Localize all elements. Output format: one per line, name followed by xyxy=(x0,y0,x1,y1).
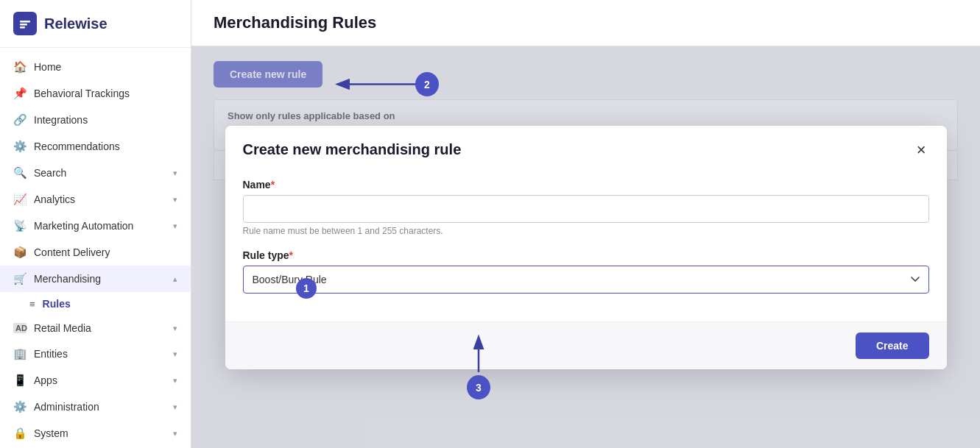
main-content: Merchandising Rules Create new rule Show… xyxy=(191,0,980,448)
home-icon: 🏠 xyxy=(13,60,27,74)
sidebar-item-system-label: System xyxy=(34,427,68,439)
system-icon: 🔒 xyxy=(13,427,27,440)
modal-close-button[interactable]: × xyxy=(914,141,929,160)
rule-type-form-group: Rule type* Boost/Bury Rule Filter Rule S… xyxy=(243,249,929,294)
modal-body: Name* Rule name must be between 1 and 25… xyxy=(225,171,947,321)
sidebar-item-integrations-label: Integrations xyxy=(34,114,88,126)
rule-type-required: * xyxy=(289,249,293,261)
sidebar-item-administration-label: Administration xyxy=(34,401,99,413)
chevron-down-icon: ▾ xyxy=(173,324,177,333)
svg-point-9 xyxy=(467,375,490,399)
sidebar-item-entities-label: Entities xyxy=(34,348,68,360)
rule-type-select[interactable]: Boost/Bury Rule Filter Rule Sort Rule xyxy=(243,266,929,294)
chevron-down-icon: ▾ xyxy=(173,376,177,385)
chevron-down-icon: ▾ xyxy=(173,402,177,412)
name-input[interactable] xyxy=(243,195,929,223)
chevron-down-icon: ▾ xyxy=(173,429,177,438)
chevron-down-icon: ▾ xyxy=(173,221,177,231)
sidebar-item-behavioral-trackings[interactable]: 📌 Behavioral Trackings xyxy=(0,80,191,107)
admin-icon: ⚙️ xyxy=(13,400,27,413)
svg-rect-2 xyxy=(20,24,27,26)
chevron-down-icon: ▾ xyxy=(173,168,177,178)
sidebar-item-marketing-automation[interactable]: 📡 Marketing Automation ▾ xyxy=(0,213,191,239)
chevron-up-icon: ▴ xyxy=(173,274,177,284)
modal-dialog: Create new merchandising rule × Name* Ru… xyxy=(225,126,947,369)
sidebar-item-apps[interactable]: 📱 Apps ▾ xyxy=(0,367,191,394)
chevron-down-icon: ▾ xyxy=(173,349,177,359)
svg-text:2: 2 xyxy=(424,78,430,90)
svg-point-6 xyxy=(415,72,439,96)
sidebar-item-system[interactable]: 🔒 System ▾ xyxy=(0,420,191,447)
entities-icon: 🏢 xyxy=(13,347,27,360)
gear-icon: ⚙️ xyxy=(13,140,27,153)
page-header: Merchandising Rules xyxy=(191,0,980,46)
sidebar-item-apps-label: Apps xyxy=(34,374,57,386)
sidebar-item-marketing-automation-label: Marketing Automation xyxy=(34,220,133,232)
sidebar-item-retail-media[interactable]: AD Retail Media ▾ xyxy=(0,316,191,341)
content-icon: 📦 xyxy=(13,246,27,259)
sidebar-item-merchandising[interactable]: 🛒 Merchandising ▴ xyxy=(0,266,191,292)
sidebar-item-retail-media-label: Retail Media xyxy=(34,322,91,334)
modal-overlay: Create new merchandising rule × Name* Ru… xyxy=(191,46,980,448)
sidebar-item-analytics-label: Analytics xyxy=(34,193,75,205)
analytics-icon: 📈 xyxy=(13,193,27,206)
link-icon: 🔗 xyxy=(13,113,27,127)
chevron-down-icon: ▾ xyxy=(173,195,177,205)
sidebar-nav: 🏠 Home 📌 Behavioral Trackings 🔗 Integrat… xyxy=(0,48,191,448)
name-hint: Rule name must be between 1 and 255 char… xyxy=(243,226,929,236)
sidebar-item-integrations[interactable]: 🔗 Integrations xyxy=(0,107,191,133)
marketing-icon: 📡 xyxy=(13,219,27,232)
page-title: Merchandising Rules xyxy=(214,13,958,32)
pin-icon: 📌 xyxy=(13,87,27,100)
svg-rect-3 xyxy=(20,26,25,29)
modal-title: Create new merchandising rule xyxy=(243,141,462,158)
sidebar-item-behavioral-trackings-label: Behavioral Trackings xyxy=(34,88,130,99)
sidebar-item-analytics[interactable]: 📈 Analytics ▾ xyxy=(0,186,191,213)
logo-area: Relewise xyxy=(0,0,191,48)
rules-icon: ≡ xyxy=(29,299,35,310)
name-label: Name* xyxy=(243,179,929,191)
search-icon: 🔍 xyxy=(13,166,27,179)
svg-text:3: 3 xyxy=(476,382,482,394)
sidebar-item-entities[interactable]: 🏢 Entities ▾ xyxy=(0,341,191,367)
name-required: * xyxy=(271,179,275,191)
sidebar-item-content-delivery-label: Content Delivery xyxy=(34,246,110,258)
sidebar: Relewise 🏠 Home 📌 Behavioral Trackings 🔗… xyxy=(0,0,191,448)
logo-text: Relewise xyxy=(44,15,107,32)
sidebar-item-home[interactable]: 🏠 Home xyxy=(0,54,191,80)
apps-icon: 📱 xyxy=(13,374,27,387)
modal-footer: Create xyxy=(225,321,947,369)
main-body: Create new rule Show only rules applicab… xyxy=(191,46,980,448)
sidebar-item-rules[interactable]: ≡ Rules xyxy=(0,292,191,316)
sidebar-item-merchandising-label: Merchandising xyxy=(34,273,101,285)
sidebar-item-rules-label: Rules xyxy=(43,298,71,310)
sidebar-item-recommendations[interactable]: ⚙️ Recommendations xyxy=(0,133,191,160)
svg-rect-1 xyxy=(20,21,30,23)
sidebar-item-home-label: Home xyxy=(34,61,61,73)
sidebar-item-recommendations-label: Recommendations xyxy=(34,141,120,152)
modal-create-button[interactable]: Create xyxy=(856,333,929,359)
modal-header: Create new merchandising rule × xyxy=(225,126,947,171)
sidebar-item-search-label: Search xyxy=(34,167,66,179)
ad-icon: AD xyxy=(13,323,27,333)
rule-type-label: Rule type* xyxy=(243,249,929,261)
logo-icon xyxy=(13,12,37,35)
sidebar-item-content-delivery[interactable]: 📦 Content Delivery xyxy=(0,239,191,266)
sidebar-item-administration[interactable]: ⚙️ Administration ▾ xyxy=(0,394,191,420)
name-form-group: Name* Rule name must be between 1 and 25… xyxy=(243,179,929,236)
sidebar-item-search[interactable]: 🔍 Search ▾ xyxy=(0,160,191,186)
cart-icon: 🛒 xyxy=(13,272,27,285)
